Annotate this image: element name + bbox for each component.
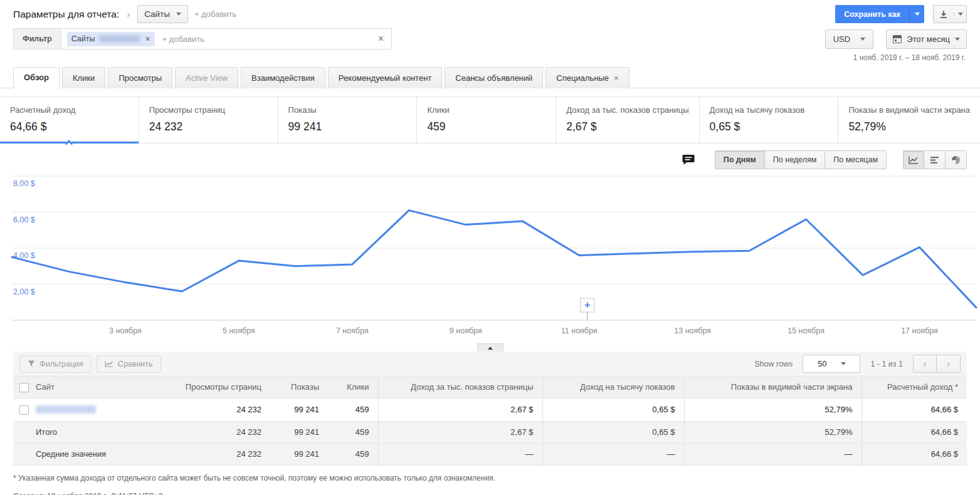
rows-per-page-select[interactable]: 50 (803, 355, 860, 373)
tab-ad-sessions[interactable]: Сеансы объявлений (445, 67, 543, 88)
granularity-daily[interactable]: По дням (715, 150, 765, 169)
report-table: Сайт Просмотры страниц Показы Клики Дохо… (13, 377, 967, 466)
chart-area[interactable]: 2,00 $4,00 $6,00 $8,00 $3 ноября5 ноября… (0, 170, 980, 340)
col-clicks[interactable]: Клики (328, 377, 378, 398)
save-as-button[interactable]: Сохранить как (835, 5, 909, 23)
download-button[interactable] (934, 10, 954, 19)
filter-label-box: Фильтр (14, 29, 61, 49)
col-viewability[interactable]: Показы в видимой части экрана (684, 377, 861, 398)
granularity-toggle: По дням По неделям По месяцам (715, 150, 887, 169)
averages-label: Средние значения (36, 443, 150, 465)
calendar-icon (893, 35, 902, 43)
currency-dropdown[interactable]: USD (825, 29, 873, 49)
svg-text:6,00 $: 6,00 $ (13, 216, 35, 224)
filter-chip-sites[interactable]: Сайты × (67, 32, 155, 46)
select-all-checkbox[interactable] (19, 383, 29, 392)
export-menu-button[interactable] (954, 13, 966, 16)
svg-text:13 ноября: 13 ноября (674, 326, 711, 335)
tab-overview[interactable]: Обзор (13, 67, 60, 88)
cell-clicks: 459 (328, 398, 378, 421)
scorecard-estimated-revenue[interactable]: Расчетный доход 64,66 $ (0, 97, 139, 143)
pie-chart-button[interactable] (946, 150, 967, 169)
topbar: Параметры для отчета: › Сайты + добавить… (0, 0, 980, 26)
col-page-rpm[interactable]: Доход за тыс. показов страницы (378, 377, 542, 398)
scorecard-page-rpm[interactable]: Доход за тыс. показов страницы 2,67 $ (556, 97, 699, 143)
show-rows-label: Show rows (754, 360, 793, 368)
annotations-button[interactable] (678, 150, 698, 169)
chevron-down-icon (958, 13, 963, 16)
filter-bar[interactable]: Фильтр Сайты × + добавить × (13, 28, 392, 50)
filter-add-placeholder[interactable]: + добавить (162, 34, 371, 44)
export-split-button (933, 5, 967, 23)
svg-text:9 ноября: 9 ноября (450, 326, 482, 335)
table-row: 24 232 99 241 459 2,67 $ 0,65 $ 52,79% 6… (13, 398, 967, 421)
scorecard-page-views[interactable]: Просмотры страниц 24 232 (139, 97, 278, 143)
report-type-label: Сайты (144, 9, 170, 19)
tab-recommended-content[interactable]: Рекомендуемый контент (328, 67, 442, 88)
chevron-down-icon (915, 13, 920, 16)
save-as-menu-button[interactable] (909, 5, 924, 23)
tab-active-view[interactable]: Active View (175, 67, 238, 88)
table-header-row: Сайт Просмотры страниц Показы Клики Дохо… (13, 377, 967, 398)
scorecard-impression-rpm[interactable]: Доход на тысячу показов 0,65 $ (700, 97, 839, 143)
filter-table-button[interactable]: Фильтрация (19, 355, 92, 373)
date-range-dropdown[interactable]: Этот месяц (886, 29, 967, 49)
previous-page-button[interactable]: ‹ (913, 355, 937, 373)
comment-icon (682, 154, 695, 165)
chevron-right-icon: › (127, 9, 130, 19)
filter-clear-icon[interactable]: × (371, 33, 391, 44)
header-checkbox-cell (13, 377, 36, 398)
svg-text:15 ноября: 15 ноября (788, 326, 825, 335)
pager: ‹ › (913, 355, 961, 373)
svg-text:17 ноября: 17 ноября (901, 326, 938, 335)
tab-close-icon[interactable]: × (614, 73, 619, 83)
granularity-monthly[interactable]: По месяцам (825, 150, 887, 169)
col-impression-rpm[interactable]: Доход на тысячу показов (542, 377, 684, 398)
next-page-button[interactable]: › (937, 355, 961, 373)
bar-chart-button[interactable] (924, 150, 946, 169)
svg-text:2,00 $: 2,00 $ (13, 288, 35, 296)
svg-text:3 ноября: 3 ноября (109, 326, 142, 335)
created-timestamp: Создано: 18 ноября 2019 г., 9:41:07 UTC+… (13, 492, 967, 495)
revenue-footnote: * Указанная сумма дохода от отдельного с… (13, 474, 967, 482)
report-type-dropdown[interactable]: Сайты (137, 5, 188, 23)
tab-interactions[interactable]: Взаимодействия (241, 67, 325, 88)
scorecard-viewability[interactable]: Показы в видимой части экрана 52,79% (838, 97, 980, 143)
tab-views[interactable]: Просмотры (108, 67, 172, 88)
add-report-type-link[interactable]: + добавить (194, 9, 236, 19)
download-icon (939, 10, 948, 19)
line-chart-button[interactable] (903, 150, 924, 169)
col-site[interactable]: Сайт (36, 377, 150, 398)
col-page-views[interactable]: Просмотры страниц (150, 377, 270, 398)
compare-button[interactable]: Сравнить (97, 355, 161, 373)
granularity-weekly[interactable]: По неделям (765, 150, 825, 169)
chart-collapse-button[interactable] (477, 343, 503, 352)
chevron-down-icon (176, 13, 181, 16)
cell-impression-rpm: 0,65 $ (542, 398, 684, 421)
svg-text:11 ноября: 11 ноября (561, 326, 598, 335)
chevron-down-icon (955, 38, 960, 41)
cell-page-rpm: 2,67 $ (378, 398, 542, 421)
svg-text:7 ноября: 7 ноября (336, 326, 369, 335)
chip-close-icon[interactable]: × (145, 34, 150, 43)
col-impressions[interactable]: Показы (270, 377, 328, 398)
chart-controls: По дням По неделям По месяцам (0, 143, 980, 170)
site-cell[interactable] (36, 398, 150, 421)
tab-custom[interactable]: Специальные × (545, 67, 629, 88)
totals-row: Итого 24 232 99 241 459 2,67 $ 0,65 $ 52… (13, 421, 967, 443)
date-range-text: 1 нояб. 2019 г. – 18 нояб. 2019 г. (0, 50, 980, 62)
pie-chart-icon (951, 155, 961, 165)
col-estimated-revenue[interactable]: Расчетный доход * (861, 377, 967, 398)
scorecard-clicks[interactable]: Клики 459 (417, 97, 556, 143)
cell-estimated-revenue: 64,66 $ (861, 398, 967, 421)
totals-label: Итого (36, 421, 150, 443)
scorecard-impressions[interactable]: Показы 99 241 (278, 97, 418, 143)
filter-row: Фильтр Сайты × + добавить × USD Этот мес… (0, 26, 980, 50)
tab-clicks[interactable]: Клики (62, 67, 105, 88)
averages-row: Средние значения 24 232 99 241 459 — — —… (13, 443, 967, 465)
revenue-line-chart: 2,00 $4,00 $6,00 $8,00 $3 ноября5 ноября… (0, 170, 980, 340)
chart-type-toggle (903, 150, 967, 169)
row-checkbox[interactable] (19, 405, 29, 415)
filter-chip-text: Сайты (71, 34, 95, 43)
redacted-site-name (99, 35, 140, 43)
